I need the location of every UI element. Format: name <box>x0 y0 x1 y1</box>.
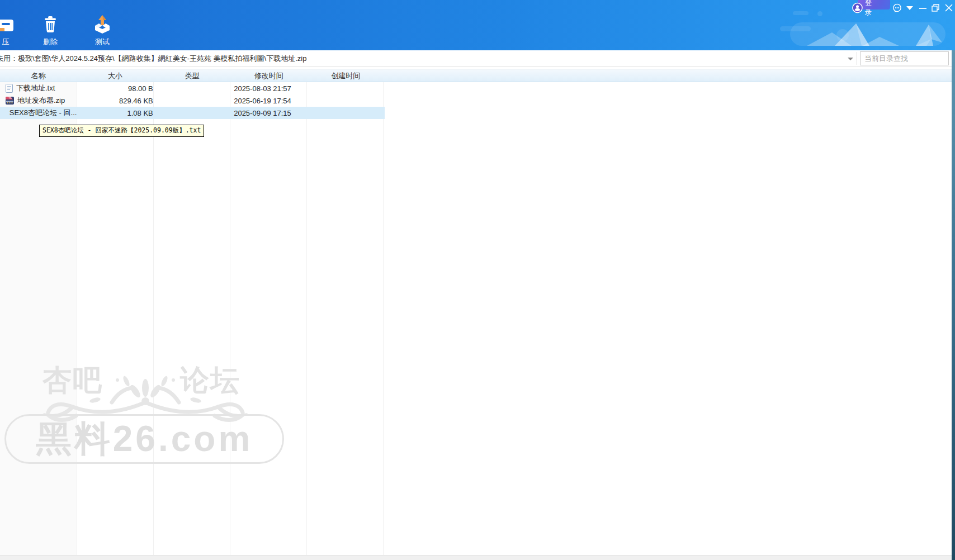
file-modified: 2025-06-19 17:54 <box>230 97 307 105</box>
mountains-plane-illustration <box>790 22 945 46</box>
file-list: 下载地址.txt 98.00 B 2025-08-03 21:57 地 <box>0 82 385 119</box>
path-combobox[interactable]: 未用：极致\套图\华人2024.5.24预存\【網路收集】網紅美女-王苑苑 美模… <box>0 50 857 67</box>
chat-feedback-icon <box>892 3 902 13</box>
filename-tooltip: SEX8杏吧论坛 - 回家不迷路【2025.09.09版】.txt <box>39 125 204 137</box>
restore-icon <box>932 4 939 12</box>
zip-archive-icon <box>6 97 14 105</box>
minimize-icon <box>919 4 926 12</box>
window-right-border <box>952 50 955 560</box>
table-row[interactable]: 下载地址.txt 98.00 B 2025-08-03 21:57 <box>0 82 385 94</box>
file-size: 98.00 B <box>77 84 153 93</box>
file-name: SEX8杏吧论坛 - 回... <box>10 108 77 118</box>
watermark-text-right: 论坛 <box>180 361 240 400</box>
extract-archive-icon <box>0 14 23 35</box>
column-divider <box>77 82 77 555</box>
toolbar-button-delete[interactable]: 删除 <box>32 14 68 47</box>
toolbar: 压 删除 <box>0 0 955 50</box>
divider <box>857 52 857 65</box>
column-header-name[interactable]: 名称 <box>0 70 77 82</box>
table-row-selected[interactable]: SEX8杏吧论坛 - 回... 1.08 KB 2025-09-09 17:15 <box>0 107 385 119</box>
file-modified: 2025-08-03 21:57 <box>230 84 307 93</box>
file-size: 829.46 KB <box>77 97 153 105</box>
dropdown-arrow-icon <box>906 6 914 11</box>
column-divider <box>383 82 384 555</box>
file-name: 下载地址.txt <box>16 83 55 93</box>
deco-circle <box>836 29 849 41</box>
login-button[interactable]: 登录 <box>852 0 883 17</box>
sorted-column-tint <box>0 82 77 555</box>
close-button[interactable] <box>942 2 955 14</box>
login-label: 登录 <box>865 0 883 17</box>
column-divider <box>306 82 307 555</box>
deco-circle <box>817 11 822 16</box>
file-name: 地址发布器.zip <box>17 96 65 106</box>
current-path: 未用：极致\套图\华人2024.5.24预存\【網路收集】網紅美女-王苑苑 美模… <box>0 54 306 64</box>
table-row[interactable]: 地址发布器.zip 829.46 KB 2025-06-19 17:54 <box>0 94 385 107</box>
column-header-size[interactable]: 大小 <box>77 70 153 82</box>
column-header-modified[interactable]: 修改时间 <box>230 70 307 82</box>
titlebar-controls: 登录 <box>852 2 955 14</box>
toolbar-button-test[interactable]: 测试 <box>84 14 120 47</box>
test-box-icon <box>84 14 120 35</box>
feedback-button[interactable] <box>891 2 904 14</box>
toolbar-label: 压 <box>0 37 23 47</box>
column-divider <box>153 82 154 555</box>
text-file-icon <box>6 84 13 93</box>
column-divider <box>230 82 230 555</box>
deco-panel <box>790 22 945 46</box>
toolbar-button-extract[interactable]: 压 <box>0 14 23 47</box>
pathbar: 未用：极致\套图\华人2024.5.24预存\【網路收集】網紅美女-王苑苑 美模… <box>0 50 955 67</box>
app-window: 压 删除 <box>0 0 955 560</box>
column-header-created[interactable]: 创建时间 <box>308 70 384 82</box>
file-modified: 2025-09-09 17:15 <box>230 109 307 117</box>
table-header: 名称 大小 类型 修改时间 创建时间 <box>0 69 955 82</box>
restore-button[interactable] <box>929 2 942 14</box>
column-header-type[interactable]: 类型 <box>154 70 230 82</box>
user-icon <box>852 2 863 13</box>
chevron-down-icon[interactable] <box>848 58 853 60</box>
text-file-icon <box>6 108 6 117</box>
search-box <box>860 51 949 65</box>
deco-speed-bar <box>780 26 811 31</box>
toolbar-label: 删除 <box>32 37 68 47</box>
skin-menu-button[interactable] <box>904 2 916 14</box>
file-size: 1.08 KB <box>77 109 153 117</box>
search-input[interactable] <box>861 54 955 63</box>
minimize-button[interactable] <box>916 2 929 14</box>
close-icon <box>945 4 953 12</box>
deco-speed-bar <box>793 11 809 15</box>
window-bottom-strip <box>0 555 955 560</box>
trash-icon <box>32 14 68 35</box>
toolbar-label: 测试 <box>84 37 120 47</box>
